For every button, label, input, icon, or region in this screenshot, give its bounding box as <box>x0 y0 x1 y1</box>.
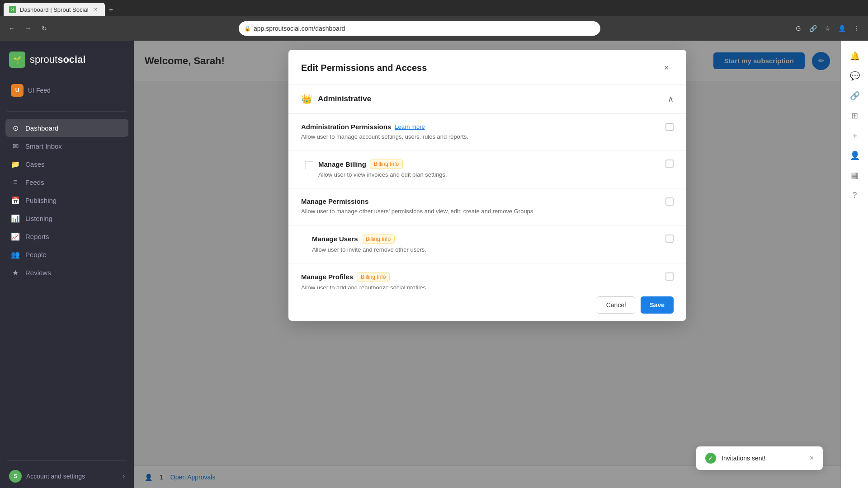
plus-icon[interactable]: ＋ <box>847 127 863 144</box>
administrative-section-header: 👑 Administrative ∧ <box>288 84 686 114</box>
grid-icon[interactable]: ⊞ <box>847 108 863 124</box>
sidebar-bottom-divider <box>7 460 127 461</box>
administrative-title: Administrative <box>318 94 371 103</box>
lock-icon: 🔒 <box>244 25 251 32</box>
listening-icon: 📊 <box>11 214 20 223</box>
address-bar[interactable]: 🔒 app.sproutsocial.com/dashboard <box>239 21 600 36</box>
settings-icon[interactable]: ⋮ <box>850 22 863 35</box>
manage-users-desc: Allow user to invite and remove other us… <box>312 246 426 253</box>
manage-profiles-name: Manage Profiles <box>301 273 353 281</box>
manage-billing-desc: Allow user to view invoices and edit pla… <box>318 171 447 178</box>
sidebar-item-label: Reports <box>25 233 49 240</box>
admin-permissions-info: Administration Permissions Learn more Al… <box>301 123 665 141</box>
collapse-button[interactable]: ∧ <box>668 94 674 104</box>
account-settings-label: Account and settings <box>26 473 85 480</box>
sidebar-item-listening[interactable]: 📊 Listening <box>5 209 128 227</box>
back-button[interactable]: ← <box>5 22 18 35</box>
sidebar-item-feeds[interactable]: ≡ Feeds <box>5 173 128 191</box>
account-avatar: S <box>9 470 22 483</box>
manage-users-title: Manage Users Billing Info <box>312 235 665 244</box>
manage-profiles-info: Manage Profiles Billing Info Allow user … <box>301 272 665 289</box>
manage-users-row: Manage Users Billing Info Allow user to … <box>288 225 686 263</box>
admin-permissions-checkbox[interactable] <box>665 123 674 131</box>
manage-users-billing-badge: Billing Info <box>362 235 395 244</box>
sidebar-item-label: Reviews <box>25 269 51 277</box>
publishing-icon: 📅 <box>11 196 20 205</box>
admin-permissions-desc: Allow user to manage account settings, u… <box>301 133 468 140</box>
manage-permissions-desc: Allow user to manage other users' permis… <box>301 208 535 215</box>
refresh-button[interactable]: ↻ <box>38 22 51 35</box>
sidebar-item-label: Listening <box>25 215 52 222</box>
sidebar-item-smart-inbox[interactable]: ✉ Smart Inbox <box>5 137 128 155</box>
new-tab-button[interactable]: + <box>105 4 118 16</box>
right-panel: 🔔 💬 🔗 ⊞ ＋ 👤 ▦ ? <box>841 41 868 488</box>
manage-profiles-row: Manage Profiles Billing Info Allow user … <box>288 263 686 289</box>
feeds-icon: ≡ <box>11 178 20 187</box>
sidebar-item-reports[interactable]: 📈 Reports <box>5 227 128 245</box>
tab-favicon: S <box>9 6 16 13</box>
table-icon[interactable]: ▦ <box>847 167 863 183</box>
modal-close-button[interactable]: × <box>659 61 674 75</box>
sidebar-divider <box>7 111 127 112</box>
reviews-icon: ★ <box>11 268 20 277</box>
dashboard-icon: ⊙ <box>11 123 20 132</box>
profile-icon[interactable]: 👤 <box>835 22 848 35</box>
save-button[interactable]: Save <box>641 296 674 314</box>
modal-header: Edit Permissions and Access × <box>288 50 686 84</box>
sidebar-item-cases[interactable]: 📁 Cases <box>5 155 128 173</box>
ui-feed-avatar: U <box>11 84 24 97</box>
manage-permissions-name: Manage Permissions <box>301 197 368 205</box>
sidebar-item-reviews[interactable]: ★ Reviews <box>5 263 128 282</box>
browser-toolbar: ← → ↻ 🔒 app.sproutsocial.com/dashboard G… <box>0 16 868 41</box>
sidebar-item-people[interactable]: 👥 People <box>5 245 128 263</box>
logo-icon: 🌱 <box>9 52 25 68</box>
tab-close-button[interactable]: × <box>92 6 99 13</box>
manage-permissions-checkbox[interactable] <box>665 197 674 206</box>
google-icon[interactable]: G <box>792 22 805 35</box>
manage-users-name: Manage Users <box>312 235 358 243</box>
cancel-button[interactable]: Cancel <box>597 296 636 314</box>
sidebar-item-label: Smart Inbox <box>25 142 62 150</box>
manage-billing-name: Manage Billing <box>318 160 366 168</box>
manage-profiles-desc: Allow user to add and reauthorize social… <box>301 284 428 289</box>
url-text: app.sproutsocial.com/dashboard <box>254 25 345 32</box>
sidebar-item-dashboard[interactable]: ⊙ Dashboard <box>5 119 128 137</box>
chat-icon[interactable]: 💬 <box>847 68 863 84</box>
sidebar-logo: 🌱 sproutsocial <box>0 41 134 77</box>
people-right-icon[interactable]: 👤 <box>847 147 863 164</box>
active-tab[interactable]: S Dashboard | Sprout Social × <box>4 3 105 16</box>
manage-billing-checkbox[interactable] <box>665 160 674 168</box>
admin-permissions-title: Administration Permissions Learn more <box>301 123 665 131</box>
question-icon[interactable]: ? <box>847 187 863 203</box>
sidebar-item-label: Cases <box>25 160 45 168</box>
manage-users-info: Manage Users Billing Info Allow user to … <box>312 235 665 254</box>
bell-icon[interactable]: 🔔 <box>847 48 863 64</box>
manage-profiles-checkbox[interactable] <box>665 272 674 281</box>
sidebar-item-label: Publishing <box>25 197 57 204</box>
arrow-right-icon: › <box>123 473 125 479</box>
modal-title: Edit Permissions and Access <box>301 63 427 73</box>
crown-icon: 👑 <box>301 94 312 104</box>
account-settings-item[interactable]: S Account and settings › <box>0 465 134 488</box>
bookmark-icon[interactable]: ☆ <box>821 22 834 35</box>
toast-success-icon: ✓ <box>705 453 716 464</box>
manage-permissions-row: Manage Permissions Allow user to manage … <box>288 188 686 225</box>
ui-feed-item[interactable]: U UI Feed <box>5 80 128 100</box>
sidebar-nav: ⊙ Dashboard ✉ Smart Inbox 📁 Cases ≡ Feed… <box>0 115 134 285</box>
browser-tabs: S Dashboard | Sprout Social × + <box>0 0 868 16</box>
sidebar-item-publishing[interactable]: 📅 Publishing <box>5 191 128 209</box>
edit-permissions-modal: Edit Permissions and Access × 👑 Administ… <box>288 50 686 321</box>
sidebar-ui-feed-section: U UI Feed <box>0 77 134 108</box>
modal-body: 👑 Administrative ∧ Administration Permis… <box>288 84 686 289</box>
modal-overlay: Edit Permissions and Access × 👑 Administ… <box>134 41 841 488</box>
learn-more-badge[interactable]: Learn more <box>395 123 425 130</box>
toast-close-button[interactable]: × <box>810 454 814 462</box>
manage-users-checkbox[interactable] <box>665 235 674 243</box>
sidebar-item-label: People <box>25 251 47 258</box>
manage-permissions-info: Manage Permissions Allow user to manage … <box>301 197 665 216</box>
forward-button[interactable]: → <box>22 22 34 35</box>
sidebar-item-label: Dashboard <box>25 124 58 132</box>
link-icon[interactable]: 🔗 <box>847 88 863 104</box>
billing-info-badge: Billing Info <box>370 160 403 169</box>
extensions-icon[interactable]: 🔗 <box>807 22 819 35</box>
